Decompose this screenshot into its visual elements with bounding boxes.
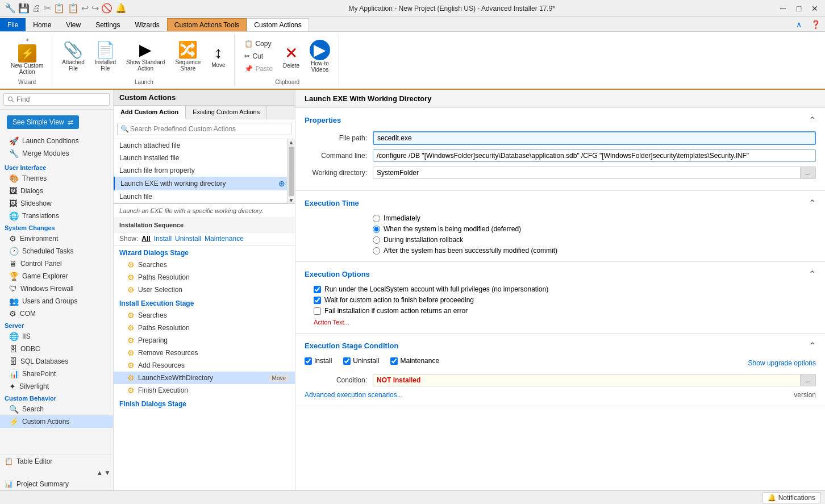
new-custom-action-button[interactable]: ✦ ⚡ New CustomAction bbox=[7, 34, 47, 78]
command-line-input[interactable] bbox=[373, 149, 816, 162]
condition-input[interactable] bbox=[373, 374, 801, 386]
attached-file-button[interactable]: 📎 AttachedFile bbox=[58, 38, 88, 74]
file-path-input[interactable] bbox=[373, 131, 816, 145]
seq-show-install[interactable]: Install bbox=[154, 235, 172, 243]
radio-when-system-modified-input[interactable] bbox=[373, 226, 380, 233]
maximize-button[interactable]: □ bbox=[793, 3, 805, 14]
sequence-share-button[interactable]: 🔀 SequenceShare bbox=[171, 38, 205, 74]
sidebar-item-users-and-groups[interactable]: 👥 Users and Groups bbox=[0, 295, 113, 307]
radio-during-rollback-input[interactable] bbox=[373, 236, 380, 244]
tab-home[interactable]: Home bbox=[26, 18, 59, 31]
show-standard-action-button[interactable]: ▶ Show StandardAction bbox=[122, 38, 169, 74]
seq-show-maintenance[interactable]: Maintenance bbox=[205, 235, 244, 243]
sidebar-item-iis[interactable]: 🌐 IIS bbox=[0, 330, 113, 343]
action-list-scrollbar[interactable]: ▲ ▼ bbox=[287, 139, 295, 203]
action-list-scroll-down[interactable]: ▼ bbox=[289, 197, 294, 203]
tab-wizards[interactable]: Wizards bbox=[128, 18, 167, 31]
sidebar-item-sharepoint[interactable]: 📊 SharePoint bbox=[0, 368, 113, 380]
tab-custom-actions-tools[interactable]: Custom Actions Tools bbox=[167, 18, 247, 31]
sidebar-scroll-down[interactable]: ▼ bbox=[104, 469, 111, 477]
sidebar-item-merge-modules[interactable]: 🔧 Merge Modules bbox=[0, 147, 113, 160]
seq-item-launch-exe-with-directory[interactable]: ⚙ LaunchExeWithDirectory Move bbox=[114, 372, 295, 384]
copy-button[interactable]: 📋 Copy bbox=[240, 38, 277, 49]
delete-button[interactable]: ✕ Delete bbox=[279, 41, 303, 72]
stage-checkbox-uninstall-input[interactable] bbox=[343, 357, 351, 365]
seq-item-finish-execution[interactable]: ⚙ Finish Execution bbox=[114, 384, 295, 397]
tab-view[interactable]: View bbox=[59, 18, 88, 31]
seq-item-searches-1[interactable]: ⚙ Searches bbox=[114, 259, 295, 271]
action-item-launch-file-from-property[interactable]: Launch file from property bbox=[114, 164, 295, 177]
sidebar-item-launch-conditions[interactable]: 🚀 Launch Conditions bbox=[0, 135, 113, 147]
sidebar-item-com[interactable]: ⚙ COM bbox=[0, 307, 113, 320]
notifications-button[interactable]: 🔔 Notifications bbox=[763, 492, 820, 503]
stage-checkbox-maintenance-input[interactable] bbox=[390, 357, 398, 365]
radio-after-success[interactable]: After the system has been successfully m… bbox=[373, 247, 816, 255]
action-item-launch-attached-file[interactable]: Launch attached file bbox=[114, 139, 295, 152]
execution-time-collapse-btn[interactable]: ⌃ bbox=[809, 198, 816, 209]
checkbox-wait-for-action-input[interactable] bbox=[314, 297, 321, 304]
how-to-videos-button[interactable]: ▶ How-toVideos bbox=[306, 37, 334, 76]
seq-show-all[interactable]: All bbox=[141, 235, 150, 243]
show-upgrade-options-link[interactable]: Show upgrade options bbox=[748, 359, 816, 367]
checkbox-fail-if-error-input[interactable] bbox=[314, 307, 321, 315]
sidebar-item-scheduled-tasks[interactable]: 🕐 Scheduled Tasks bbox=[0, 245, 113, 257]
seq-item-add-resources[interactable]: ⚙ Add Resources bbox=[114, 359, 295, 372]
action-list-scroll-up[interactable]: ▲ bbox=[289, 139, 294, 145]
checkbox-fail-if-error[interactable]: Fail installation if custom action retur… bbox=[314, 307, 816, 315]
radio-during-rollback[interactable]: During installation rollback bbox=[373, 236, 816, 244]
seq-item-searches-2[interactable]: ⚙ Searches bbox=[114, 309, 295, 322]
seq-show-uninstall[interactable]: Uninstall bbox=[175, 235, 201, 243]
action-text-link[interactable]: Action Text... bbox=[314, 319, 349, 326]
tab-file[interactable]: File bbox=[0, 18, 26, 31]
radio-after-success-input[interactable] bbox=[373, 247, 380, 255]
checkbox-wait-for-action[interactable]: Wait for custom action to finish before … bbox=[314, 296, 816, 304]
stage-checkbox-maintenance[interactable]: Maintenance bbox=[390, 357, 439, 365]
close-button[interactable]: ✕ bbox=[809, 3, 820, 14]
seq-item-paths-resolution-1[interactable]: ⚙ Paths Resolution bbox=[114, 271, 295, 284]
sidebar-item-odbc[interactable]: 🗄 ODBC bbox=[0, 343, 113, 355]
sidebar-item-game-explorer[interactable]: 🏆 Game Explorer bbox=[0, 270, 113, 282]
sidebar-item-dialogs[interactable]: 🖼 Dialogs bbox=[0, 185, 113, 197]
stage-checkbox-install[interactable]: Install bbox=[305, 357, 332, 365]
panel-search-input[interactable] bbox=[117, 123, 291, 135]
seq-item-preparing[interactable]: ⚙ Preparing bbox=[114, 334, 295, 347]
working-directory-browse-btn[interactable]: ... bbox=[801, 166, 816, 179]
advanced-execution-link[interactable]: Advanced execution scenarios... bbox=[305, 391, 403, 399]
condition-browse-btn[interactable]: ... bbox=[801, 374, 816, 386]
sidebar-item-sql-databases[interactable]: 🗄 SQL Databases bbox=[0, 355, 113, 368]
action-item-launch-exe-with-working-directory[interactable]: Launch EXE with working directory ⊕ ℹ bbox=[114, 177, 295, 190]
collapse-ribbon-btn[interactable]: ∧ bbox=[791, 18, 806, 31]
sidebar-item-themes[interactable]: 🎨 Themes bbox=[0, 172, 113, 185]
seq-item-user-selection[interactable]: ⚙ User Selection bbox=[114, 284, 295, 296]
sidebar-item-control-panel[interactable]: 🖥 Control Panel bbox=[0, 257, 113, 270]
sidebar-item-table-editor[interactable]: 📋 Table Editor bbox=[0, 455, 113, 468]
radio-immediately[interactable]: Immediately bbox=[373, 214, 816, 222]
checkbox-run-local-system[interactable]: Run under the LocalSystem account with f… bbox=[314, 285, 816, 293]
help-btn[interactable]: ❓ bbox=[806, 18, 825, 31]
sidebar-search-input[interactable] bbox=[3, 93, 110, 106]
tab-custom-actions[interactable]: Custom Actions bbox=[247, 18, 309, 31]
minimize-button[interactable]: ─ bbox=[777, 3, 789, 14]
action-item-launch-file[interactable]: Launch file bbox=[114, 190, 295, 203]
stage-checkbox-install-input[interactable] bbox=[305, 357, 312, 365]
sidebar-item-project-summary[interactable]: 📊 Project Summary bbox=[0, 478, 113, 490]
action-list-scroll-thumb[interactable] bbox=[289, 147, 294, 196]
sidebar-item-translations[interactable]: 🌐 Translations bbox=[0, 210, 113, 222]
sidebar-item-windows-firewall[interactable]: 🛡 Windows Firewall bbox=[0, 282, 113, 295]
sidebar-scroll-up[interactable]: ▲ bbox=[96, 469, 103, 477]
paste-button[interactable]: 📌 Paste bbox=[240, 63, 277, 74]
execution-options-collapse-btn[interactable]: ⌃ bbox=[809, 269, 816, 280]
installed-file-button[interactable]: 📄 InstalledFile bbox=[91, 38, 120, 74]
properties-collapse-btn[interactable]: ⌃ bbox=[809, 115, 816, 126]
sidebar-item-environment[interactable]: ⚙ Environment bbox=[0, 232, 113, 245]
working-directory-input[interactable] bbox=[373, 166, 801, 179]
sidebar-item-silverlight[interactable]: ✦ Silverlight bbox=[0, 380, 113, 393]
execution-stage-condition-collapse-btn[interactable]: ⌃ bbox=[809, 340, 816, 351]
action-item-launch-installed-file[interactable]: Launch installed file bbox=[114, 152, 295, 164]
sidebar-item-slideshow[interactable]: 🖼 Slideshow bbox=[0, 197, 113, 210]
seq-item-paths-resolution-2[interactable]: ⚙ Paths Resolution bbox=[114, 322, 295, 334]
see-simple-view-button[interactable]: See Simple View ⇄ bbox=[7, 115, 79, 129]
tab-settings[interactable]: Settings bbox=[88, 18, 127, 31]
seq-item-remove-resources[interactable]: ⚙ Remove Resources bbox=[114, 347, 295, 359]
tab-add-custom-action[interactable]: Add Custom Action bbox=[114, 106, 186, 119]
